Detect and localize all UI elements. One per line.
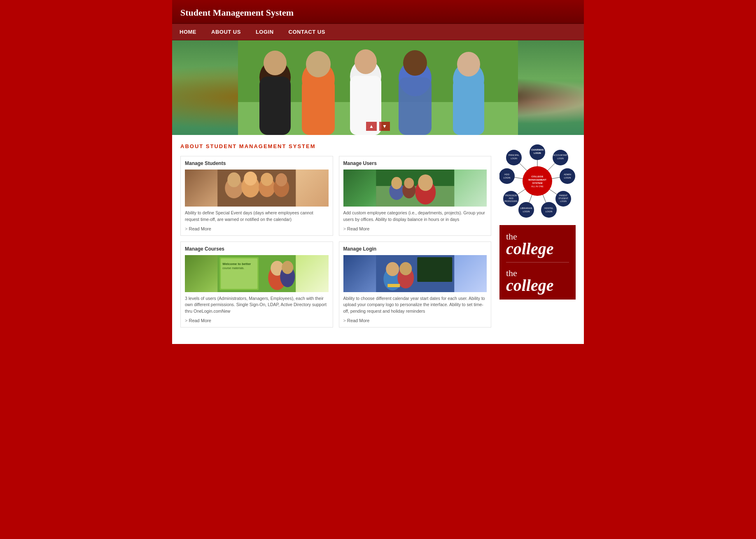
main-content: ABOUT STUDENT MANAGEMENT SYSTEM Manage S… bbox=[172, 135, 584, 336]
svg-rect-45 bbox=[417, 257, 452, 282]
svg-text:Welcome to better: Welcome to better bbox=[222, 262, 251, 266]
hero-navigation: ▲ ▼ bbox=[366, 122, 390, 131]
college-divider bbox=[506, 262, 569, 263]
svg-point-73 bbox=[541, 202, 557, 218]
svg-rect-13 bbox=[399, 77, 432, 135]
svg-text:PARENT: PARENT bbox=[559, 194, 567, 197]
college-banner: the college the college bbox=[499, 225, 576, 300]
svg-point-30 bbox=[418, 174, 433, 191]
nav-home[interactable]: HOME bbox=[172, 24, 204, 40]
svg-text:CHAIRMAN: CHAIRMAN bbox=[531, 149, 544, 151]
card-users-title: Manage Users bbox=[343, 160, 487, 166]
svg-point-49 bbox=[399, 262, 412, 275]
svg-text:LOGIN: LOGIN bbox=[564, 177, 571, 179]
sidebar: CHAIRMAN LOGIN ACCOUNTANT LOGIN ADMIN LO… bbox=[499, 143, 576, 328]
svg-point-89 bbox=[523, 166, 552, 196]
svg-point-12 bbox=[403, 50, 427, 76]
svg-point-66 bbox=[560, 168, 575, 184]
svg-point-24 bbox=[261, 173, 273, 186]
header: Student Management System bbox=[172, 0, 584, 24]
svg-text:LOGIN: LOGIN bbox=[503, 177, 510, 179]
svg-text:PROFESSORS: PROFESSORS bbox=[504, 200, 517, 202]
college-college-1: college bbox=[506, 242, 569, 256]
card-users-readmore[interactable]: Read More bbox=[343, 226, 487, 231]
card-login-text: Ability to choose different calendar yea… bbox=[343, 295, 487, 315]
card-login-image bbox=[343, 255, 487, 292]
svg-text:LOGIN: LOGIN bbox=[534, 152, 541, 154]
svg-point-26 bbox=[275, 173, 287, 186]
svg-point-9 bbox=[355, 49, 377, 74]
svg-point-47 bbox=[386, 262, 399, 276]
svg-text:/HOD: /HOD bbox=[509, 197, 513, 200]
card-students-readmore[interactable]: Read More bbox=[185, 226, 329, 231]
svg-text:ACCOUNTANT: ACCOUNTANT bbox=[553, 154, 567, 156]
svg-text:SYSTEM: SYSTEM bbox=[532, 182, 543, 184]
svg-text:HOD: HOD bbox=[504, 173, 509, 176]
svg-point-20 bbox=[227, 172, 240, 187]
hero-banner: ▲ ▼ bbox=[172, 40, 584, 135]
hero-prev-button[interactable]: ▲ bbox=[366, 122, 377, 131]
svg-point-3 bbox=[264, 51, 287, 75]
svg-text:LOGIN: LOGIN bbox=[523, 210, 530, 213]
card-courses-text: 3 levels of users (Administrators, Manag… bbox=[185, 295, 329, 315]
nav-about[interactable]: ABOUT US bbox=[204, 24, 248, 40]
card-courses-title: Manage Courses bbox=[185, 246, 329, 252]
cards-grid: Manage Students bbox=[180, 156, 491, 328]
site-title: Student Management System bbox=[180, 7, 294, 18]
navigation: HOME ABOUT US LOGIN CONTACT US bbox=[172, 24, 584, 40]
svg-rect-50 bbox=[387, 284, 400, 287]
svg-text:MANAGEMENT: MANAGEMENT bbox=[528, 179, 546, 181]
card-students-text: Ability to define Special Event days (da… bbox=[185, 210, 329, 223]
card-courses: Manage Courses Welcome to better course … bbox=[180, 242, 333, 328]
svg-point-83 bbox=[499, 168, 515, 184]
college-text-bottom: the college bbox=[506, 268, 569, 293]
card-courses-readmore[interactable]: Read More bbox=[185, 318, 329, 323]
svg-text:COLLEGE: COLLEGE bbox=[531, 175, 543, 178]
svg-text:LOGIN: LOGIN bbox=[557, 157, 564, 160]
svg-text:PROFESSOR: PROFESSOR bbox=[505, 195, 517, 197]
svg-text:LOGIN: LOGIN bbox=[511, 157, 517, 160]
svg-point-32 bbox=[391, 177, 402, 189]
nav-login[interactable]: LOGIN bbox=[248, 24, 281, 40]
section-title: ABOUT STUDENT MANAGEMENT SYSTEM bbox=[180, 143, 491, 149]
svg-text:LOGIN: LOGIN bbox=[545, 210, 552, 213]
svg-rect-4 bbox=[259, 77, 291, 135]
card-users-image bbox=[343, 170, 487, 207]
svg-text:LIBRARIAN: LIBRARIAN bbox=[520, 207, 532, 209]
card-login-title: Manage Login bbox=[343, 246, 487, 252]
card-students-title: Manage Students bbox=[185, 160, 329, 166]
card-users: Manage Users bbox=[339, 156, 492, 236]
svg-text:course materials.: course materials. bbox=[222, 267, 244, 270]
card-users-text: Add custom employee categories (i.e., de… bbox=[343, 210, 487, 223]
svg-text:ADMIN: ADMIN bbox=[564, 173, 571, 176]
svg-point-34 bbox=[404, 178, 414, 188]
card-courses-image: Welcome to better course materials. bbox=[185, 255, 329, 292]
svg-point-15 bbox=[457, 52, 480, 77]
svg-point-6 bbox=[306, 51, 331, 77]
svg-text:PRINCIPAL: PRINCIPAL bbox=[509, 154, 519, 156]
card-students: Manage Students bbox=[180, 156, 333, 236]
college-college-2: college bbox=[506, 278, 569, 293]
svg-text:HOSTEL: HOSTEL bbox=[544, 207, 553, 209]
hero-next-button[interactable]: ▼ bbox=[379, 122, 390, 131]
nav-contact[interactable]: CONTACT US bbox=[281, 24, 333, 40]
card-login: Manage Login bbox=[339, 242, 492, 328]
svg-rect-16 bbox=[453, 79, 484, 135]
college-text-top: the college bbox=[506, 232, 569, 256]
svg-point-22 bbox=[244, 172, 257, 186]
content-area: ABOUT STUDENT MANAGEMENT SYSTEM Manage S… bbox=[180, 143, 491, 328]
svg-text:LOGIN: LOGIN bbox=[560, 200, 567, 202]
diagram: CHAIRMAN LOGIN ACCOUNTANT LOGIN ADMIN LO… bbox=[499, 143, 576, 219]
card-students-image bbox=[185, 170, 329, 207]
svg-point-43 bbox=[282, 261, 293, 274]
card-login-readmore[interactable]: Read More bbox=[343, 318, 487, 323]
svg-text:STUDENT: STUDENT bbox=[558, 197, 568, 200]
svg-rect-7 bbox=[302, 79, 335, 135]
svg-point-76 bbox=[518, 202, 534, 218]
svg-text:ALL IN ONE: ALL IN ONE bbox=[531, 185, 544, 188]
